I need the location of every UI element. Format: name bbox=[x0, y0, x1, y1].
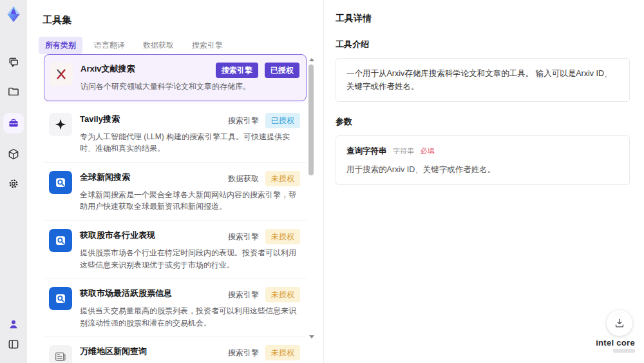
settings-icon[interactable] bbox=[5, 175, 22, 192]
tool-description: 提供当天交易量最高的股票列表，投资者可以利用这些信息来识别流动性强的股票和潜在的… bbox=[80, 305, 300, 329]
category-tab[interactable]: 搜索引擎 bbox=[185, 37, 229, 54]
tool-badges: 搜索引擎 已授权 bbox=[216, 63, 299, 78]
category-tab[interactable]: 数据获取 bbox=[137, 37, 180, 54]
tool-badges: 搜索引擎 未授权 bbox=[228, 345, 300, 360]
download-button[interactable] bbox=[607, 310, 632, 336]
briefcase-icon[interactable] bbox=[5, 115, 22, 132]
tool-description: 提供股票市场各个行业在特定时间段内的表现。投资者可以利用这些信息来识别表现优于或… bbox=[80, 247, 300, 271]
tool-badges: 搜索引擎 未授权 bbox=[228, 287, 300, 302]
sidebar bbox=[0, 0, 28, 363]
tool-category-badge: 搜索引擎 bbox=[228, 113, 259, 128]
intel-core-logo: intel core bbox=[596, 338, 635, 353]
download-icon bbox=[613, 317, 626, 329]
tool-title: Tavily搜索 bbox=[80, 113, 223, 125]
category-tabs: 所有类别语言翻译数据获取搜索引擎 bbox=[39, 37, 323, 54]
tool-list-item[interactable]: 万维地区新闻查询 搜索引擎 未授权 查询具体行政区划内的新闻，快速了解各地新闻动 bbox=[44, 337, 307, 363]
param-name: 查询字符串 bbox=[346, 146, 387, 155]
intro-heading: 工具介绍 bbox=[336, 39, 644, 50]
category-tab-label: 数据获取 bbox=[143, 41, 174, 50]
tool-description: 专为人工智能代理 (LLM) 构建的搜索引擎工具。可快速提供实时、准确和真实的结… bbox=[80, 131, 300, 155]
param-box: 查询字符串 字符串 必填 用于搜索的Arxiv ID、关键字或作者姓名。 bbox=[336, 135, 630, 185]
tool-category-badge: 搜索引擎 bbox=[228, 287, 259, 302]
page-title: 工具集 bbox=[43, 14, 323, 26]
category-tab[interactable]: 语言翻译 bbox=[88, 37, 131, 54]
intel-core-text: intel core bbox=[596, 338, 635, 347]
tool-list: Arxiv文献搜索 搜索引擎 已授权 访问各个研究领域大量科学论文和文章的存储库… bbox=[44, 54, 307, 363]
details-title: 工具详情 bbox=[336, 13, 644, 25]
tool-category-badge: 搜索引擎 bbox=[216, 63, 258, 78]
tool-title: 获取市场最活跃股票信息 bbox=[80, 287, 223, 299]
tool-list-item[interactable]: 获取市场最活跃股票信息 搜索引擎 未授权 提供当天交易量最高的股票列表，投资者可… bbox=[44, 279, 307, 337]
tool-list-item[interactable]: Arxiv文献搜索 搜索引擎 已授权 访问各个研究领域大量科学论文和文章的存储库… bbox=[44, 54, 307, 101]
category-tab-label: 所有类别 bbox=[45, 41, 76, 50]
tools-pane: 工具集 所有类别语言翻译数据获取搜索引擎 Arxiv文献搜索 搜索引擎 已授权 … bbox=[27, 0, 323, 363]
param-description: 用于搜索的Arxiv ID、关键字或作者姓名。 bbox=[346, 163, 619, 176]
param-header: 查询字符串 字符串 必填 bbox=[346, 144, 619, 157]
tool-auth-badge: 未授权 bbox=[265, 171, 300, 186]
scroll-up-arrow-icon[interactable] bbox=[309, 58, 314, 61]
tool-body: 万维地区新闻查询 搜索引擎 未授权 查询具体行政区划内的新闻，快速了解各地新闻动 bbox=[80, 345, 300, 363]
tool-category-badge: 搜索引擎 bbox=[228, 229, 259, 244]
intro-box: 一个用于从Arxiv存储库搜索科学论文和文章的工具。 输入可以是Arxiv ID… bbox=[336, 58, 630, 102]
tool-list-item[interactable]: Tavily搜索 搜索引擎 已授权 专为人工智能代理 (LLM) 构建的搜索引擎… bbox=[44, 105, 307, 163]
tool-title: 获取股市各行业表现 bbox=[80, 229, 223, 241]
tool-body: Arxiv文献搜索 搜索引擎 已授权 访问各个研究领域大量科学论文和文章的存储库… bbox=[80, 63, 299, 93]
app-window: 工具集 所有类别语言翻译数据获取搜索引擎 Arxiv文献搜索 搜索引擎 已授权 … bbox=[0, 0, 644, 363]
tool-description: 访问各个研究领域大量科学论文和文章的存储库。 bbox=[80, 81, 299, 93]
newspaper-icon bbox=[49, 345, 72, 363]
tool-title: Arxiv文献搜索 bbox=[80, 63, 211, 75]
tool-body: 获取股市各行业表现 搜索引擎 未授权 提供股票市场各个行业在特定时间段内的表现。… bbox=[80, 229, 300, 271]
tool-auth-badge: 已授权 bbox=[265, 113, 300, 128]
params-heading: 参数 bbox=[336, 116, 644, 128]
tool-auth-badge: 未授权 bbox=[265, 229, 300, 244]
tool-title: 全球新闻搜索 bbox=[80, 171, 223, 183]
tool-badges: 搜索引擎 已授权 bbox=[228, 113, 300, 128]
list-scrollbar[interactable] bbox=[308, 58, 314, 338]
tool-list-item[interactable]: 获取股市各行业表现 搜索引擎 未授权 提供股票市场各个行业在特定时间段内的表现。… bbox=[44, 221, 307, 279]
tool-category-badge: 数据获取 bbox=[228, 171, 259, 186]
chat-icon[interactable] bbox=[5, 54, 22, 71]
tool-badges: 搜索引擎 未授权 bbox=[228, 229, 300, 244]
tool-badges: 数据获取 未授权 bbox=[228, 171, 300, 186]
tool-auth-badge: 未授权 bbox=[265, 287, 300, 302]
logo-gem-icon bbox=[5, 5, 23, 23]
tool-list-item[interactable]: 全球新闻搜索 数据获取 未授权 全球新闻搜索是一个聚合全球各大新闻网站内容的搜索… bbox=[44, 163, 307, 221]
folder-icon[interactable] bbox=[5, 83, 22, 100]
scroll-down-arrow-icon[interactable] bbox=[309, 335, 314, 338]
scrollbar-thumb[interactable] bbox=[308, 64, 314, 175]
user-icon[interactable] bbox=[5, 316, 22, 333]
intel-core-sub-mark bbox=[613, 349, 635, 353]
category-tab[interactable]: 所有类别 bbox=[39, 37, 82, 54]
layout-icon[interactable] bbox=[5, 336, 22, 353]
details-pane: 工具详情 工具介绍 一个用于从Arxiv存储库搜索科学论文和文章的工具。 输入可… bbox=[323, 0, 644, 363]
news-search-icon bbox=[49, 171, 72, 194]
arxiv-icon bbox=[50, 63, 73, 86]
tavily-icon bbox=[49, 113, 72, 136]
tool-title: 万维地区新闻查询 bbox=[80, 345, 223, 357]
category-tab-label: 搜索引擎 bbox=[192, 41, 223, 50]
tool-description: 全球新闻搜索是一个聚合全球各大新闻网站内容的搜索引擎，帮助用户快速获取全球最新资… bbox=[80, 189, 300, 213]
news-search-icon bbox=[49, 287, 72, 310]
tool-auth-badge: 未授权 bbox=[265, 345, 300, 360]
param-type: 字符串 bbox=[393, 147, 414, 155]
tool-auth-badge: 已授权 bbox=[265, 63, 299, 78]
tool-body: 全球新闻搜索 数据获取 未授权 全球新闻搜索是一个聚合全球各大新闻网站内容的搜索… bbox=[80, 171, 300, 213]
package-icon[interactable] bbox=[5, 146, 22, 162]
tool-body: 获取市场最活跃股票信息 搜索引擎 未授权 提供当天交易量最高的股票列表，投资者可… bbox=[80, 287, 300, 329]
tool-body: Tavily搜索 搜索引擎 已授权 专为人工智能代理 (LLM) 构建的搜索引擎… bbox=[80, 113, 300, 155]
param-required-label: 必填 bbox=[420, 147, 434, 155]
category-tab-label: 语言翻译 bbox=[94, 41, 125, 50]
tool-category-badge: 搜索引擎 bbox=[228, 345, 259, 360]
news-search-icon bbox=[49, 229, 72, 252]
